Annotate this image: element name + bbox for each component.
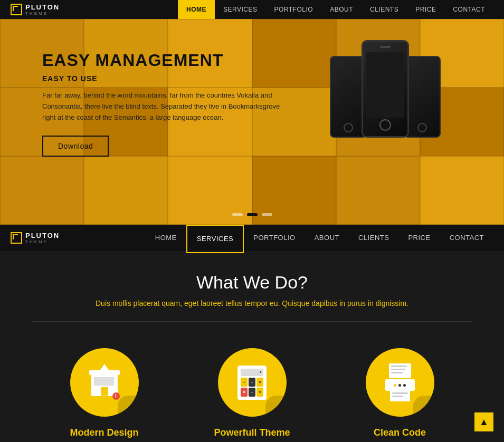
nav2-item-contact[interactable]: CONTACT	[440, 225, 493, 251]
printer-light	[398, 384, 401, 387]
nav-link-services[interactable]: SERVICES	[215, 0, 265, 19]
logo-tagline: THEME	[25, 11, 60, 16]
nav-link-about[interactable]: ABOUT	[321, 0, 362, 19]
nav-item-home[interactable]: HOME	[178, 0, 215, 19]
service-card-powerfull-theme: + + - × ✕ ÷ = Powerfull Theme We Create …	[194, 348, 310, 442]
service-title-clean-code: Clean Code	[342, 427, 458, 438]
doc-line	[391, 372, 404, 373]
download-button[interactable]: Download	[42, 136, 109, 157]
hero-tile	[420, 156, 504, 225]
service-card-modern-design: ! Modern Design We Create Modern And Cle…	[46, 348, 163, 442]
calc-btn: ✕	[241, 388, 248, 397]
store-window	[94, 377, 114, 386]
nav-item-services[interactable]: SERVICES	[215, 0, 265, 19]
service-icon-powerfull-theme: + + - × ✕ ÷ =	[218, 348, 287, 417]
hero-subtitle: EASY TO USE	[42, 74, 285, 83]
calc-buttons: + - × ✕ ÷ =	[241, 378, 263, 397]
hero-phones	[330, 40, 441, 138]
nav2-item-services[interactable]: SERVICES	[186, 225, 244, 251]
store-icon: !	[88, 364, 121, 401]
service-icon-clean-code	[366, 348, 434, 417]
printer-light	[403, 384, 406, 387]
scroll-up-button[interactable]: ▲	[474, 412, 493, 431]
store-alert: !	[112, 392, 120, 400]
doc-sheet	[389, 363, 411, 378]
store-triangle	[99, 364, 110, 371]
nav-item-price[interactable]: PRICE	[407, 0, 444, 19]
hero-tile	[84, 156, 168, 225]
slider-dot-2[interactable]	[247, 213, 258, 216]
printer-light	[394, 384, 396, 387]
calc-btn: ÷	[249, 388, 255, 397]
services-subheading: Duis mollis placerat quam, eget laoreet …	[11, 299, 493, 308]
nav-links-top: HOME SERVICES PORTFOLIO ABOUT CLIENTS PR…	[178, 0, 493, 19]
service-title-powerfull-theme: Powerfull Theme	[194, 427, 310, 438]
nav-link-clients[interactable]: CLIENTS	[362, 0, 407, 19]
navbar-services: PLUTON THEME HOME SERVICES PORTFOLIO ABO…	[0, 225, 504, 251]
navbar-top: PLUTON THEME HOME SERVICES PORTFOLIO ABO…	[0, 0, 504, 19]
logo-text: PLUTON THEME	[25, 3, 60, 16]
nav2-link-clients[interactable]: CLIENTS	[349, 225, 398, 251]
logo-text-2: PLUTON THEME	[25, 232, 60, 244]
hero-tile	[336, 156, 420, 225]
hero-content: EASY MANAGEMENT EASY TO USE Far far away…	[42, 51, 285, 157]
hero-tile	[0, 156, 84, 225]
printer-paper	[390, 391, 410, 401]
nav2-item-clients[interactable]: CLIENTS	[349, 225, 398, 251]
nav2-item-home[interactable]: HOME	[146, 225, 186, 251]
calc-btn: ×	[256, 378, 263, 387]
store-graphic: !	[88, 364, 121, 401]
nav2-link-home[interactable]: HOME	[146, 225, 186, 251]
phone-right	[404, 56, 441, 138]
hero-title: EASY MANAGEMENT	[42, 51, 285, 70]
nav-link-contact[interactable]: CONTACT	[444, 0, 493, 19]
nav-item-about[interactable]: ABOUT	[321, 0, 362, 19]
logo-icon-2	[11, 232, 22, 244]
store-door	[101, 387, 108, 396]
nav2-item-portfolio[interactable]: PORTFOLIO	[244, 225, 305, 251]
printer-icon	[385, 363, 415, 401]
nav-links-services: HOME SERVICES PORTFOLIO ABOUT CLIENTS PR…	[146, 225, 493, 251]
calc-btn: =	[256, 388, 263, 397]
phone-main	[362, 40, 409, 138]
services-section: PLUTON THEME HOME SERVICES PORTFOLIO ABO…	[0, 225, 504, 442]
nav2-link-about[interactable]: ABOUT	[305, 225, 349, 251]
nav2-link-price[interactable]: PRICE	[398, 225, 440, 251]
paper-line	[392, 392, 408, 394]
nav2-link-contact[interactable]: CONTACT	[440, 225, 493, 251]
nav-link-portfolio[interactable]: PORTFOLIO	[266, 0, 322, 19]
logo-services: PLUTON THEME	[11, 232, 60, 244]
doc-line	[391, 369, 405, 370]
nav2-item-about[interactable]: ABOUT	[305, 225, 349, 251]
nav2-link-portfolio[interactable]: PORTFOLIO	[244, 225, 305, 251]
slider-dots	[232, 213, 272, 216]
calc-screen: +	[241, 369, 263, 376]
nav-link-home[interactable]: HOME	[178, 0, 215, 19]
nav-item-portfolio[interactable]: PORTFOLIO	[266, 0, 322, 19]
nav-link-price[interactable]: PRICE	[407, 0, 444, 19]
services-grid: ! Modern Design We Create Modern And Cle…	[0, 322, 504, 442]
phone-screen	[366, 52, 404, 118]
logo-name: PLUTON	[25, 3, 60, 11]
hero-description: Far far away, behind the word mountains,…	[42, 90, 285, 123]
logo-tagline-2: THEME	[25, 239, 60, 244]
nav-item-clients[interactable]: CLIENTS	[362, 0, 407, 19]
logo-icon	[11, 4, 22, 15]
nav2-link-services[interactable]: SERVICES	[186, 225, 244, 253]
printer-body	[385, 379, 415, 391]
calc-btn: +	[241, 378, 248, 387]
calc-btn: -	[249, 378, 255, 387]
slider-dot-1[interactable]	[232, 213, 243, 216]
paper-line	[392, 396, 403, 397]
nav-item-contact[interactable]: CONTACT	[444, 0, 493, 19]
slider-dot-3[interactable]	[262, 213, 272, 216]
nav2-item-price[interactable]: PRICE	[398, 225, 440, 251]
service-icon-modern-design: !	[70, 348, 139, 417]
services-heading: What We Do? Duis mollis placerat quam, e…	[0, 251, 504, 321]
hero-section: EASY MANAGEMENT EASY TO USE Far far away…	[0, 19, 504, 225]
logo-top: PLUTON THEME	[11, 3, 60, 16]
calculator-icon: + + - × ✕ ÷ =	[237, 366, 267, 400]
service-title-modern-design: Modern Design	[46, 427, 163, 438]
logo-name-2: PLUTON	[25, 232, 60, 239]
doc-line	[391, 366, 407, 367]
